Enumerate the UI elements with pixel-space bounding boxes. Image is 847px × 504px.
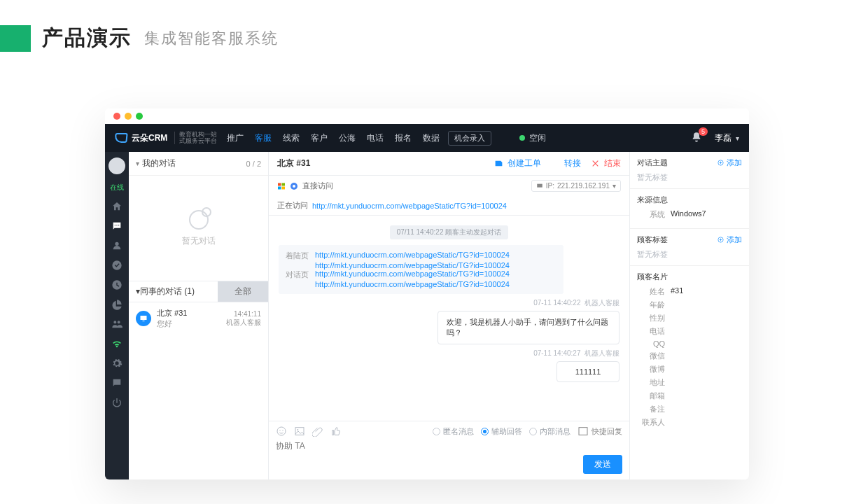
nav-signup[interactable]: 报名	[395, 132, 412, 144]
nav-pool[interactable]: 公海	[339, 132, 356, 144]
plus-icon	[717, 159, 724, 167]
end-button[interactable]: 结束	[591, 158, 621, 169]
slide-header: 产品演示 集成智能客服系统	[0, 0, 847, 74]
brand-tagline: 教育机构一站式服务云平台	[174, 132, 217, 145]
svg-point-13	[297, 429, 298, 430]
top-nav: 云朵CRM 教育机构一站式服务云平台 推广 客服 线索 客户 公海 电话 报名 …	[105, 124, 749, 152]
visiting-url[interactable]: http://mkt.yunduocrm.com/webpageStatic/T…	[312, 202, 507, 210]
system-event-pill: 07/11 14:40:22 顾客主动发起对话	[390, 225, 509, 239]
conversation-item[interactable]: 北京 #31 您好 14:41:11 机器人客服	[129, 302, 268, 335]
nav-service[interactable]: 客服	[255, 132, 272, 144]
current-user[interactable]: 李磊	[715, 132, 732, 144]
chat-icon[interactable]	[111, 220, 122, 232]
image-icon[interactable]	[294, 426, 305, 437]
person-icon[interactable]	[111, 240, 122, 251]
transfer-button[interactable]: 转接	[551, 158, 581, 169]
source-header: 来源信息	[637, 195, 668, 205]
system-value: Windows7	[671, 209, 706, 220]
svg-rect-5	[278, 186, 281, 189]
svg-rect-6	[282, 186, 286, 189]
nav-promo[interactable]: 推广	[227, 132, 244, 144]
page-title: 产品演示	[42, 24, 132, 52]
svg-rect-14	[579, 428, 587, 435]
visit-source-row: 直接访问 IP:221.219.162.191 ▾	[269, 176, 629, 196]
check-circle-icon[interactable]	[111, 260, 122, 271]
all-button[interactable]: 全部	[218, 281, 268, 302]
emoji-icon[interactable]	[276, 426, 287, 437]
chat-column: 北京 #31 创建工单 转接 结束 直接访问 IP:221.219.162.19…	[269, 152, 630, 479]
plus-icon	[717, 236, 724, 244]
assist-toggle[interactable]: 辅助回答	[481, 426, 522, 437]
svg-point-2	[118, 225, 119, 225]
brand-logo[interactable]: 云朵CRM 教育机构一站式服务云平台	[115, 132, 217, 145]
add-topic-button[interactable]: 添加	[717, 158, 742, 168]
visiting-row: 正在访问 http://mkt.yunduocrm.com/webpageSta…	[269, 196, 629, 216]
home-icon[interactable]	[111, 201, 122, 212]
anonymous-toggle[interactable]: 匿名消息	[433, 426, 474, 437]
add-tag-button[interactable]: 添加	[717, 234, 742, 245]
chat-header: 北京 #31 创建工单 转接 结束	[269, 152, 629, 176]
empty-text: 暂无对话	[182, 235, 216, 247]
logo-icon	[114, 133, 127, 143]
power-icon[interactable]	[111, 397, 122, 408]
quick-icon	[578, 426, 589, 437]
bot-message: 111111	[556, 361, 620, 382]
gear-icon[interactable]	[111, 358, 122, 369]
message-input[interactable]	[276, 437, 622, 455]
close-dot[interactable]	[113, 113, 120, 120]
nav-customers[interactable]: 客户	[311, 132, 328, 144]
monitor-icon	[136, 311, 151, 326]
svg-point-1	[116, 225, 117, 225]
landing-link[interactable]: http://mkt.yunduocrm.com/webpageStatic/T…	[315, 251, 510, 261]
status-text: 空闲	[529, 132, 546, 144]
svg-point-10	[279, 430, 280, 430]
my-conversations-header[interactable]: ▾我的对话 0 / 2	[129, 152, 268, 176]
composer: 匿名消息 辅助回答 内部消息 快捷回复 发送	[269, 421, 629, 479]
empty-icon	[189, 210, 209, 230]
colleague-conversations-header: ▾同事的对话 (1) 全部	[129, 281, 268, 302]
conversation-column: ▾我的对话 0 / 2 暂无对话 ▾同事的对话 (1) 全部 北京 #31 您好…	[129, 152, 269, 479]
svg-point-8	[293, 185, 295, 188]
svg-point-9	[277, 427, 286, 435]
page-links-card: 着陆页http://mkt.yunduocrm.com/webpageStati…	[279, 245, 564, 294]
attachment-icon[interactable]	[312, 426, 323, 437]
brand-text: 云朵CRM	[132, 132, 167, 144]
conv-subtitle: 您好	[157, 318, 220, 329]
thumbs-up-icon[interactable]	[330, 426, 342, 437]
dialog-link[interactable]: http://mkt.yunduocrm.com/webpageStatic/T…	[315, 280, 510, 288]
chevron-down-icon: ▾	[612, 182, 616, 190]
quick-reply-button[interactable]: 快捷回复	[578, 426, 622, 437]
group-icon[interactable]	[111, 318, 122, 330]
avatar[interactable]	[108, 158, 125, 174]
no-tag: 暂无标签	[637, 172, 742, 183]
window-titlebar	[105, 108, 749, 124]
landing-link[interactable]: http://mkt.yunduocrm.com/webpageStatic/T…	[315, 261, 510, 270]
internal-toggle[interactable]: 内部消息	[529, 426, 570, 437]
windows-icon	[277, 182, 286, 190]
nav-data[interactable]: 数据	[423, 132, 440, 144]
ip-pill[interactable]: IP:221.219.162.191 ▾	[531, 180, 621, 192]
message-icon[interactable]	[111, 377, 122, 388]
minimize-dot[interactable]	[125, 113, 132, 120]
info-column: 对话主题 添加 暂无标签 来源信息 系统Windows7 顾客标签 添加 暂无标…	[630, 152, 749, 479]
svg-point-0	[115, 225, 115, 225]
svg-point-11	[282, 430, 283, 430]
nav-phone[interactable]: 电话	[367, 132, 384, 144]
notifications-button[interactable]: 5	[691, 132, 702, 145]
status-indicator-icon	[519, 135, 525, 141]
send-button[interactable]: 发送	[583, 455, 622, 474]
clock-icon[interactable]	[111, 279, 122, 290]
record-opportunity-button[interactable]: 机会录入	[448, 131, 491, 146]
no-tag: 暂无标签	[637, 249, 742, 260]
create-ticket-button[interactable]: 创建工单	[494, 158, 541, 169]
wifi-icon[interactable]	[111, 338, 122, 349]
nav-leads[interactable]: 线索	[283, 132, 300, 144]
bot-message: 欢迎，我是机器人小助手，请问遇到了什么问题吗？	[438, 311, 620, 344]
chevron-down-icon[interactable]: ▾	[736, 134, 739, 142]
msg-meta: 07-11 14:40:27 机器人客服	[279, 349, 620, 358]
zoom-dot[interactable]	[136, 113, 143, 120]
monitor-icon	[536, 183, 543, 190]
dialog-link[interactable]: http://mkt.yunduocrm.com/webpageStatic/T…	[315, 270, 510, 280]
chevron-down-icon: ▾	[136, 160, 139, 167]
pie-icon[interactable]	[111, 299, 122, 310]
